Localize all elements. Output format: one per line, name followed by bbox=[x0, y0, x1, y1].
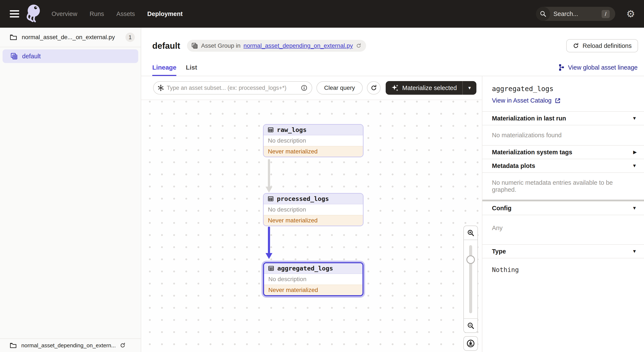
selected-asset-name: aggregated_logs bbox=[492, 85, 634, 93]
folder-icon bbox=[10, 343, 16, 349]
lineage-canvas[interactable]: raw_logs No description Never materializ… bbox=[141, 100, 482, 352]
sidebar-footer-label: normal_asset_depending_on_extern... bbox=[21, 342, 116, 349]
nav-link-assets[interactable]: Assets bbox=[116, 10, 135, 17]
sparkle-icon bbox=[391, 84, 399, 92]
zoom-slider[interactable] bbox=[464, 240, 478, 318]
asset-status: Never materialized bbox=[264, 146, 363, 157]
page-header: default Asset Group in normal_asset_depe… bbox=[141, 28, 644, 64]
edge-processed-to-aggregated bbox=[268, 227, 270, 259]
panel-splitter-handle[interactable] bbox=[482, 200, 644, 201]
search-shortcut-key: / bbox=[602, 10, 610, 18]
zoom-slider-knob[interactable] bbox=[466, 255, 475, 264]
section-type[interactable]: Type ▼ bbox=[482, 244, 644, 258]
section-label: Materialization system tags bbox=[492, 149, 633, 156]
section-metadata-plots[interactable]: Metadata plots ▼ bbox=[482, 159, 644, 172]
materialize-selected-button[interactable]: Materialize selected bbox=[386, 84, 462, 92]
asset-subset-input[interactable] bbox=[167, 85, 298, 91]
materialization-empty-text: No materializations found bbox=[482, 125, 644, 145]
asset-name: aggregated_logs bbox=[277, 265, 333, 272]
reload-icon bbox=[370, 84, 377, 91]
section-label: Type bbox=[492, 248, 632, 255]
top-nav: Overview Runs Assets Deployment Search..… bbox=[0, 0, 644, 28]
section-config[interactable]: Config ▼ bbox=[482, 201, 644, 215]
asset-description: No description bbox=[264, 135, 363, 146]
asset-node-aggregated-logs[interactable]: aggregated_logs No description Never mat… bbox=[263, 262, 364, 296]
section-label: Metadata plots bbox=[492, 162, 632, 169]
reload-icon[interactable] bbox=[120, 343, 126, 349]
asset-name: processed_logs bbox=[277, 195, 329, 202]
chevron-down-icon: ▼ bbox=[632, 205, 637, 211]
materialize-split-button: Materialize selected ▼ bbox=[386, 81, 476, 95]
tab-lineage[interactable]: Lineage bbox=[152, 64, 176, 76]
asset-node-raw-logs[interactable]: raw_logs No description Never materializ… bbox=[263, 124, 364, 157]
section-materialization-last-run[interactable]: Materialization in last run ▼ bbox=[482, 111, 644, 125]
nav-link-runs[interactable]: Runs bbox=[90, 10, 104, 17]
edge-raw-to-processed bbox=[268, 159, 270, 193]
asset-description: No description bbox=[264, 274, 362, 285]
view-global-asset-lineage-link[interactable]: View global asset lineage bbox=[558, 64, 638, 71]
reload-definitions-label: Reload definitions bbox=[582, 42, 632, 49]
chevron-right-icon: ▶ bbox=[633, 149, 637, 155]
tab-list[interactable]: List bbox=[186, 64, 197, 75]
materialize-dropdown-button[interactable]: ▼ bbox=[463, 85, 476, 90]
asset-name: raw_logs bbox=[277, 126, 307, 133]
search-icon bbox=[536, 7, 550, 21]
download-icon bbox=[466, 339, 475, 348]
search-input[interactable]: Search... / bbox=[536, 7, 615, 21]
reload-definitions-button[interactable]: Reload definitions bbox=[566, 39, 638, 52]
view-global-asset-lineage-label: View global asset lineage bbox=[568, 64, 638, 71]
zoom-controls bbox=[464, 226, 478, 351]
sidebar-item-default[interactable]: default bbox=[2, 49, 138, 63]
info-icon[interactable] bbox=[301, 84, 308, 91]
asset-description: No description bbox=[264, 204, 363, 215]
materialize-selected-label: Materialize selected bbox=[402, 84, 457, 91]
chevron-down-icon: ▼ bbox=[632, 249, 637, 254]
asset-node-processed-logs[interactable]: processed_logs No description Never mate… bbox=[263, 193, 364, 226]
asset-subset-input-wrap[interactable] bbox=[153, 81, 312, 94]
sidebar-module-label: normal_asset_de..._on_external.py bbox=[22, 34, 126, 41]
asset-group-icon bbox=[191, 42, 198, 49]
config-value: Any bbox=[482, 215, 644, 244]
type-value: Nothing bbox=[482, 258, 644, 281]
breadcrumb: Asset Group in normal_asset_depending_on… bbox=[187, 40, 366, 52]
section-label: Config bbox=[492, 205, 632, 212]
asset-group-icon bbox=[10, 52, 18, 60]
view-in-asset-catalog-link[interactable]: View in Asset Catalog bbox=[492, 97, 634, 104]
left-sidebar: normal_asset_de..._on_external.py 1 defa… bbox=[0, 28, 141, 352]
hamburger-menu-icon[interactable] bbox=[10, 10, 19, 17]
asset-status: Never materialized bbox=[264, 215, 363, 226]
sidebar-footer-row[interactable]: normal_asset_depending_on_extern... bbox=[0, 338, 141, 352]
lineage-graph-icon bbox=[558, 64, 564, 71]
metadata-plots-empty-text: No numeric metadata entries available to… bbox=[482, 172, 644, 200]
zoom-out-button[interactable] bbox=[464, 318, 478, 333]
table-icon bbox=[268, 127, 274, 133]
gear-icon[interactable]: ⚙ bbox=[626, 9, 635, 19]
view-in-asset-catalog-label: View in Asset Catalog bbox=[492, 97, 552, 104]
graph-toolbar: Clear query bbox=[141, 76, 482, 100]
zoom-out-icon bbox=[467, 322, 474, 330]
dagster-logo-icon[interactable] bbox=[25, 4, 42, 24]
table-icon bbox=[268, 265, 274, 272]
chevron-down-icon: ▼ bbox=[632, 163, 637, 169]
zoom-in-button[interactable] bbox=[464, 226, 478, 240]
reload-icon[interactable] bbox=[356, 43, 362, 48]
table-icon bbox=[268, 196, 274, 202]
breadcrumb-prefix: Asset Group in bbox=[201, 42, 240, 49]
folder-icon bbox=[10, 34, 17, 40]
refresh-graph-button[interactable] bbox=[367, 81, 380, 94]
asset-count-badge: 1 bbox=[126, 32, 135, 42]
sidebar-item-label: default bbox=[22, 53, 41, 60]
clear-query-button[interactable]: Clear query bbox=[316, 81, 363, 94]
external-link-icon bbox=[554, 97, 561, 104]
section-materialization-system-tags[interactable]: Materialization system tags ▶ bbox=[482, 145, 644, 159]
breadcrumb-link[interactable]: normal_asset_depending_on_external.py bbox=[244, 42, 353, 49]
nav-links: Overview Runs Assets Deployment bbox=[52, 10, 183, 17]
nav-link-deployment[interactable]: Deployment bbox=[147, 10, 183, 17]
asset-status: Never materialized bbox=[264, 285, 362, 295]
reload-icon bbox=[573, 42, 579, 49]
nav-link-overview[interactable]: Overview bbox=[52, 10, 77, 17]
zoom-in-icon bbox=[467, 229, 474, 237]
download-graph-button[interactable] bbox=[464, 336, 478, 351]
sidebar-module-row[interactable]: normal_asset_de..._on_external.py 1 bbox=[0, 28, 141, 47]
asset-detail-panel: aggregated_logs View in Asset Catalog Ma… bbox=[482, 76, 644, 352]
